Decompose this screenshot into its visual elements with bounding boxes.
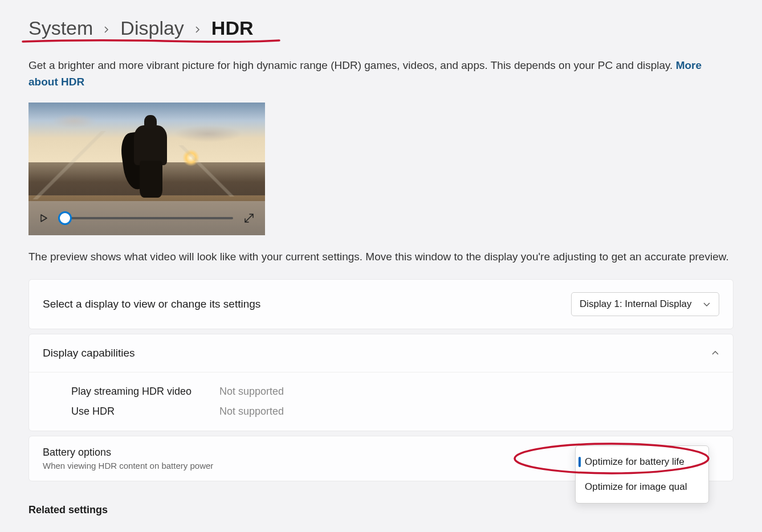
capability-label-streaming: Play streaming HDR video — [71, 386, 202, 398]
slider-thumb-icon[interactable] — [58, 211, 72, 225]
chevron-up-icon — [711, 349, 719, 357]
capability-row: Use HDR Not supported — [71, 402, 719, 421]
hdr-preview-video[interactable] — [28, 103, 265, 235]
display-selector-label: Select a display to view or change its s… — [43, 298, 260, 310]
preview-image-person — [123, 115, 180, 200]
display-capabilities-header[interactable]: Display capabilities — [29, 334, 733, 372]
related-settings-heading: Related settings — [28, 504, 734, 516]
battery-option-battery-life[interactable]: Optimize for battery life — [576, 449, 708, 474]
chevron-right-icon — [194, 23, 201, 36]
breadcrumb: System Display HDR — [28, 17, 734, 39]
display-selector-card: Select a display to view or change its s… — [28, 279, 734, 329]
display-selector-value: Display 1: Internal Display — [580, 298, 692, 310]
capability-value-usehdr: Not supported — [219, 406, 284, 418]
chevron-right-icon — [103, 23, 110, 36]
description-text: Get a brighter and more vibrant picture … — [28, 59, 676, 71]
preview-image-railing — [28, 131, 120, 199]
battery-option-image-quality[interactable]: Optimize for image qual — [576, 474, 708, 500]
display-capabilities-label: Display capabilities — [43, 347, 135, 359]
display-capabilities-body: Play streaming HDR video Not supported U… — [29, 372, 733, 431]
video-progress-slider[interactable] — [59, 217, 233, 219]
chevron-down-icon — [703, 300, 711, 308]
hdr-description: Get a brighter and more vibrant picture … — [28, 58, 734, 90]
preview-image-cloud — [174, 125, 242, 142]
breadcrumb-hdr: HDR — [211, 17, 254, 39]
preview-description: The preview shows what video will look l… — [28, 249, 734, 265]
video-controls — [28, 201, 265, 235]
annotation-underline — [22, 38, 281, 45]
breadcrumb-system[interactable]: System — [28, 17, 93, 39]
capability-value-streaming: Not supported — [219, 386, 284, 398]
fullscreen-icon[interactable] — [243, 212, 255, 224]
preview-image-cloud — [51, 114, 97, 128]
breadcrumb-display[interactable]: Display — [120, 17, 184, 39]
capability-row: Play streaming HDR video Not supported — [71, 382, 719, 402]
battery-options-dropdown-menu: Optimize for battery life Optimize for i… — [575, 445, 709, 504]
battery-options-card: Battery options When viewing HDR content… — [28, 436, 734, 481]
display-capabilities-card: Display capabilities Play streaming HDR … — [28, 334, 734, 431]
capability-label-usehdr: Use HDR — [71, 406, 202, 418]
display-selector-dropdown[interactable]: Display 1: Internal Display — [571, 292, 719, 316]
play-icon[interactable] — [39, 213, 49, 223]
